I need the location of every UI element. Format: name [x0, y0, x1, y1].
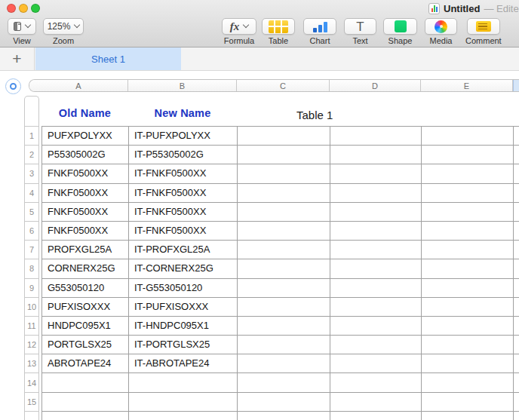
cell-E12[interactable] [422, 336, 514, 354]
cell-F7[interactable] [514, 241, 519, 259]
cell-F6[interactable] [514, 222, 519, 241]
cell-D11[interactable] [330, 317, 422, 336]
cell-A13[interactable]: ABROTAPE24 [42, 354, 129, 373]
cell-F14[interactable] [514, 373, 519, 392]
row-header-8[interactable]: 8 [25, 259, 38, 278]
cell-E6[interactable] [422, 222, 514, 241]
cell-F12[interactable] [514, 336, 519, 354]
cell-C16[interactable] [238, 412, 330, 420]
row-header-corner[interactable] [25, 97, 38, 127]
table-title[interactable]: Table 1 [296, 109, 333, 121]
column-header-c[interactable]: C [237, 80, 330, 91]
row-header-13[interactable]: 13 [25, 354, 38, 373]
cell-D6[interactable] [330, 222, 422, 241]
cell-C9[interactable] [238, 279, 330, 298]
cell-E15[interactable] [422, 393, 514, 412]
row-header-16[interactable] [25, 412, 38, 420]
cell-E4[interactable] [422, 184, 514, 203]
cell-D3[interactable] [330, 164, 422, 183]
cell-C7[interactable] [238, 241, 330, 259]
cell-E11[interactable] [422, 317, 514, 336]
insert-media-button[interactable]: Media [425, 18, 457, 45]
cell-B8[interactable]: IT-CORNERX25G [129, 259, 238, 278]
cell-C12[interactable] [238, 336, 330, 354]
cell-A9[interactable]: G553050120 [42, 279, 129, 298]
row-header-11[interactable]: 11 [25, 317, 38, 336]
cell-E14[interactable] [422, 373, 514, 392]
insert-chart-button[interactable]: Chart [303, 18, 336, 45]
cell-C13[interactable] [238, 354, 330, 373]
cell-E1[interactable] [422, 127, 514, 146]
cell-E13[interactable] [422, 354, 514, 373]
cell-B9[interactable]: IT-G553050120 [129, 279, 238, 298]
row-header-2[interactable]: 2 [25, 146, 38, 164]
row-header-12[interactable]: 12 [25, 336, 38, 354]
cell-A5[interactable]: FNKF0500XX [42, 203, 129, 222]
cell-D2[interactable] [330, 146, 422, 164]
zoom-button[interactable]: 125% Zoom [43, 18, 84, 45]
column-header-a[interactable]: A [29, 80, 128, 91]
row-header-9[interactable]: 9 [25, 279, 38, 298]
cell-A14[interactable] [42, 373, 129, 392]
cell-A4[interactable]: FNKF0500XX [42, 184, 129, 203]
cell-E10[interactable] [422, 298, 514, 317]
cell-C6[interactable] [238, 222, 330, 241]
cell-E7[interactable] [422, 241, 514, 259]
cell-F13[interactable] [514, 354, 519, 373]
cell-F8[interactable] [514, 259, 519, 278]
cell-D16[interactable] [330, 412, 422, 420]
row-header-14[interactable]: 14 [25, 373, 38, 392]
cell-A6[interactable]: FNKF0500XX [42, 222, 129, 241]
row-header-7[interactable]: 7 [25, 241, 38, 259]
row-header-10[interactable]: 10 [25, 298, 38, 317]
row-header-5[interactable]: 5 [25, 203, 38, 222]
cell-A2[interactable]: P55305002G [42, 146, 129, 164]
insert-text-button[interactable]: T Text [344, 18, 376, 45]
formula-button[interactable]: fx Formula [222, 18, 256, 45]
cell-D5[interactable] [330, 203, 422, 222]
cell-F15[interactable] [514, 393, 519, 412]
cell-D10[interactable] [330, 298, 422, 317]
tab-sheet-1[interactable]: Sheet 1 [35, 48, 181, 70]
cell-A3[interactable]: FNKF0500XX [42, 164, 129, 183]
cell-B3[interactable]: IT-FNKF0500XX [129, 164, 238, 183]
column-header-e[interactable]: E [421, 80, 513, 91]
cell-B15[interactable] [129, 393, 238, 412]
fullscreen-traffic-light-button[interactable] [31, 4, 40, 13]
cell-B11[interactable]: IT-HNDPC095X1 [129, 317, 238, 336]
cell-D4[interactable] [330, 184, 422, 203]
cell-C10[interactable] [238, 298, 330, 317]
add-sheet-button[interactable]: + [0, 48, 35, 70]
cell-C11[interactable] [238, 317, 330, 336]
cell-A10[interactable]: PUFXISOXXX [42, 298, 129, 317]
insert-table-button[interactable]: Table [262, 18, 295, 45]
row-header-6[interactable]: 6 [25, 222, 38, 241]
cell-A1[interactable]: PUFXPOLYXX [42, 127, 129, 146]
cell-E16[interactable] [422, 412, 514, 420]
cell-C3[interactable] [238, 164, 330, 183]
cell-D12[interactable] [330, 336, 422, 354]
cell-B1[interactable]: IT-PUFXPOLYXX [129, 127, 238, 146]
cell-A16[interactable] [42, 412, 129, 420]
cell-A15[interactable] [42, 393, 129, 412]
header-cell-new-name[interactable]: New Name [128, 107, 237, 119]
insert-shape-button[interactable]: Shape [383, 18, 417, 45]
cell-F16[interactable] [514, 412, 519, 420]
cell-B2[interactable]: IT-P55305002G [129, 146, 238, 164]
cell-E5[interactable] [422, 203, 514, 222]
header-cell-old-name[interactable]: Old Name [41, 107, 128, 119]
cell-F1[interactable] [514, 127, 519, 146]
cell-F4[interactable] [514, 184, 519, 203]
cell-D7[interactable] [330, 241, 422, 259]
cell-E3[interactable] [422, 164, 514, 183]
column-header-next-partial[interactable] [513, 80, 519, 91]
cell-D13[interactable] [330, 354, 422, 373]
cell-C1[interactable] [238, 127, 330, 146]
cell-B6[interactable]: IT-FNKF0500XX [129, 222, 238, 241]
row-header-1[interactable]: 1 [25, 127, 38, 146]
row-header-3[interactable]: 3 [25, 164, 38, 183]
cell-B5[interactable]: IT-FNKF0500XX [129, 203, 238, 222]
cell-E9[interactable] [422, 279, 514, 298]
cell-C4[interactable] [238, 184, 330, 203]
comment-button[interactable]: Comment [465, 18, 502, 45]
